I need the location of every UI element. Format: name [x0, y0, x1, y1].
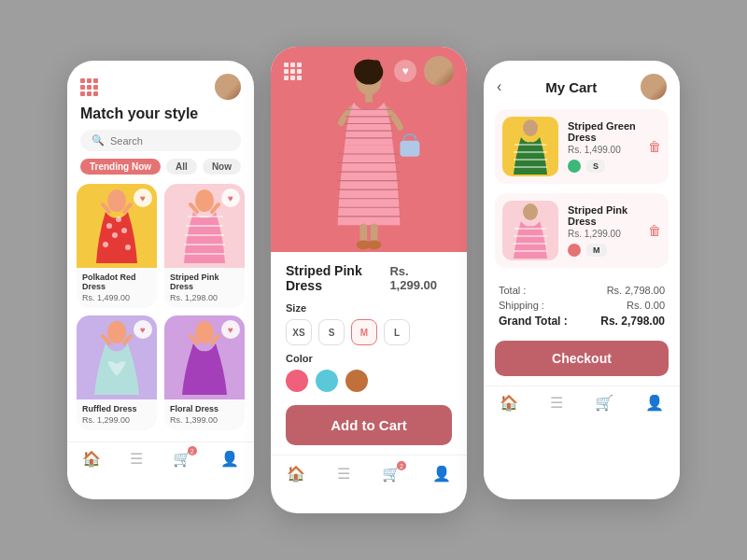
color-brown[interactable] — [345, 370, 368, 392]
size-label: Size — [286, 302, 452, 314]
cart-item-meta-1: S — [568, 160, 639, 173]
product-name-3: Ruffled Dress — [82, 404, 151, 413]
svg-point-0 — [107, 189, 126, 212]
size-s[interactable]: S — [318, 319, 345, 345]
filter-now[interactable]: Now — [203, 159, 241, 175]
wishlist-btn-3[interactable]: ♥ — [134, 320, 152, 339]
right-avatar[interactable] — [641, 74, 667, 100]
search-input[interactable] — [110, 135, 230, 147]
size-section: Size XS S M L — [271, 293, 467, 345]
cart-item-name-2: Striped Pink Dress — [568, 204, 639, 227]
nav-home[interactable]: 🏠 — [82, 450, 101, 468]
cart-item-2: Striped Pink Dress Rs. 1,299.00 M 🗑 — [495, 193, 669, 268]
delete-item-2[interactable]: 🗑 — [648, 223, 661, 238]
right-header: ‹ My Cart — [484, 61, 680, 109]
svg-point-6 — [125, 245, 131, 250]
size-options: XS S M L — [286, 319, 452, 345]
color-label: Color — [286, 353, 452, 364]
color-options — [286, 370, 452, 392]
cart-item-img-2 — [502, 201, 558, 260]
grid-icon[interactable] — [80, 78, 97, 96]
item-size-1: S — [586, 160, 605, 173]
product-card-2[interactable]: ♥ Striped Pink Dress Rs. 1,298.00 — [164, 184, 245, 308]
product-hero: ♥ — [271, 47, 467, 252]
back-button[interactable]: ‹ — [497, 78, 501, 95]
phone-right: ‹ My Cart — [484, 61, 680, 499]
svg-point-36 — [523, 119, 538, 136]
center-product-name: Striped Pink Dress — [286, 263, 389, 293]
filter-trending[interactable]: Trending Now — [80, 159, 161, 175]
svg-point-41 — [523, 203, 538, 220]
item-color-pink — [568, 244, 581, 257]
phone-center: ♥ — [271, 47, 467, 513]
size-xs[interactable]: XS — [286, 319, 312, 345]
center-nav-cart[interactable]: 🛒 2 — [382, 465, 401, 483]
phone-left: Match your style 🔍 Trending Now All Now — [67, 61, 254, 499]
nav-profile[interactable]: 👤 — [220, 450, 239, 468]
center-cart-badge: 2 — [397, 461, 406, 470]
filter-all[interactable]: All — [166, 159, 197, 175]
cart-item-meta-2: M — [568, 244, 639, 257]
search-bar[interactable]: 🔍 — [80, 130, 241, 151]
product-card-1[interactable]: ♥ Polkadot Red Dress Rs. 1,499.00 — [77, 184, 157, 308]
nav-cart[interactable]: 🛒 2 — [173, 450, 191, 468]
svg-point-1 — [106, 223, 112, 229]
color-teal[interactable] — [316, 370, 338, 392]
page-title: Match your style — [67, 105, 254, 130]
svg-point-13 — [107, 321, 126, 343]
product-price-1: Rs. 1,499.00 — [82, 293, 151, 302]
color-section: Color — [271, 345, 467, 392]
cart-item-name-1: Striped Green Dress — [568, 120, 639, 143]
size-m[interactable]: M — [351, 319, 377, 345]
products-grid: ♥ Polkadot Red Dress Rs. 1,499.00 — [67, 184, 254, 438]
product-name-4: Floral Dress — [170, 404, 239, 413]
cart-item-info-2: Striped Pink Dress Rs. 1,299.00 M — [568, 204, 639, 257]
center-nav-menu[interactable]: ☰ — [337, 465, 350, 483]
wishlist-btn-2[interactable]: ♥ — [221, 189, 240, 207]
item-color-green — [568, 160, 581, 173]
svg-point-4 — [121, 228, 127, 233]
svg-rect-32 — [371, 223, 378, 243]
summary-total-row: Total : Rs. 2,798.00 — [499, 285, 665, 296]
nav-menu[interactable]: ☰ — [130, 450, 143, 468]
right-nav-menu[interactable]: ☰ — [550, 394, 563, 412]
svg-point-2 — [116, 217, 121, 222]
cart-item-1: Striped Green Dress Rs. 1,499.00 S 🗑 — [495, 109, 669, 184]
product-card-3[interactable]: ♥ Ruffled Dress Rs. 1,299.00 — [77, 315, 157, 430]
delete-item-1[interactable]: 🗑 — [648, 139, 661, 154]
cart-item-price-2: Rs. 1,299.00 — [568, 229, 639, 239]
svg-point-3 — [112, 232, 118, 238]
wishlist-btn-4[interactable]: ♥ — [221, 320, 240, 339]
item-size-2: M — [586, 244, 607, 257]
size-l[interactable]: L — [384, 319, 410, 345]
cart-item-price-1: Rs. 1,499.00 — [568, 145, 639, 155]
center-nav-profile[interactable]: 👤 — [432, 465, 451, 483]
wishlist-hero-btn[interactable]: ♥ — [394, 60, 416, 82]
right-nav-home[interactable]: 🏠 — [500, 394, 518, 412]
color-pink[interactable] — [286, 370, 308, 392]
product-price-3: Rs. 1,299.00 — [82, 415, 151, 425]
product-price-2: Rs. 1,298.00 — [170, 293, 239, 302]
shipping-value: Rs. 0.00 — [627, 300, 665, 311]
right-nav-cart[interactable]: 🛒 — [595, 394, 613, 412]
shipping-label: Shipping : — [499, 300, 544, 311]
filter-row: Trending Now All Now — [67, 159, 254, 184]
product-card-4[interactable]: ♥ Floral Dress Rs. 1,399.00 — [164, 315, 245, 430]
right-nav-profile[interactable]: 👤 — [645, 394, 664, 412]
svg-rect-35 — [400, 141, 419, 157]
product-name-1: Polkadot Red Dress — [82, 273, 151, 291]
avatar[interactable] — [215, 74, 241, 100]
center-grid-icon[interactable] — [284, 63, 301, 80]
center-avatar[interactable] — [424, 56, 454, 86]
wishlist-btn-1[interactable]: ♥ — [134, 189, 152, 207]
cart-title: My Cart — [545, 79, 597, 95]
left-header — [67, 61, 254, 105]
svg-rect-31 — [359, 223, 367, 243]
add-to-cart-button[interactable]: Add to Cart — [286, 405, 452, 445]
svg-point-14 — [195, 321, 214, 343]
summary-shipping-row: Shipping : Rs. 0.00 — [499, 300, 665, 311]
checkout-button[interactable]: Checkout — [495, 341, 669, 376]
cart-items-list: Striped Green Dress Rs. 1,499.00 S 🗑 — [484, 109, 680, 268]
cart-item-img-1 — [502, 117, 558, 176]
center-nav-home[interactable]: 🏠 — [287, 465, 305, 483]
